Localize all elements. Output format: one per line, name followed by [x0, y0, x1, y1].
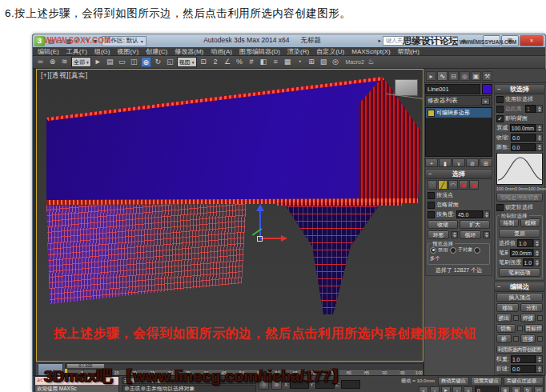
brush-options-button[interactable]: 笔刷选项 [499, 268, 540, 277]
chamfer-settings-icon[interactable] [517, 326, 523, 331]
search-arrow-icon[interactable]: ▸ [378, 38, 381, 44]
link-icon[interactable]: ∞ [35, 57, 46, 67]
modifier-list-dropdown[interactable]: 修改器列表▾ [425, 95, 492, 106]
selection-value-spinner[interactable] [533, 239, 540, 247]
remove-button[interactable]: 移除 [496, 303, 519, 312]
time-slider[interactable]: 0 / 100 [67, 364, 104, 368]
go-to-end-icon[interactable]: » [464, 386, 473, 392]
falloff-spinner[interactable] [536, 124, 543, 132]
ignore-backfacing-checkbox[interactable] [428, 202, 435, 209]
loop-spinner[interactable] [483, 231, 490, 238]
configure-modifier-sets-icon[interactable]: ⊞ [480, 158, 492, 167]
selection-filter-dropdown[interactable]: 全部▾ [71, 57, 91, 67]
crease-field[interactable]: 0.0 [511, 365, 536, 373]
brush-size-field[interactable]: 20.0mm [510, 249, 533, 257]
set-key-button[interactable]: 设置关键点 [471, 377, 502, 386]
menu-item[interactable]: 帮助(H) [398, 47, 420, 56]
loop-button[interactable]: 循环 [460, 230, 481, 239]
stack-item-editable-poly[interactable]: 可编辑多边形 [426, 108, 492, 118]
perspective-viewport[interactable]: [+][透视][真实] [36, 69, 424, 362]
selection-rollout-header[interactable]: −选择 [426, 170, 492, 179]
weld-button[interactable]: 焊接 [520, 314, 536, 322]
qat-icon[interactable]: ↶ [74, 36, 82, 46]
mirror-icon[interactable]: ◧ [259, 57, 269, 67]
element-subobject-icon[interactable]: ▣ [469, 180, 479, 190]
tab-motion-icon[interactable]: ◎ [460, 71, 470, 81]
connect-settings-icon[interactable] [537, 336, 543, 342]
lock-soft-selection-checkbox[interactable] [496, 204, 504, 211]
border-subobject-icon[interactable]: ◠ [448, 180, 458, 190]
edit-edges-header[interactable]: −编辑边 [495, 282, 544, 292]
infocenter-icon[interactable]: ◈ [460, 38, 468, 45]
edge-distance-field[interactable]: 1 [525, 105, 536, 113]
go-to-start-icon[interactable]: « [419, 386, 428, 392]
tab-modify-icon[interactable]: ∿ [437, 71, 448, 81]
weight-field[interactable]: 1.0 [511, 355, 536, 363]
select-by-name-icon[interactable]: ▤ [105, 57, 115, 67]
extrude-settings-icon[interactable] [513, 315, 519, 321]
qat-icon[interactable]: ▾ [91, 36, 99, 46]
preview-subobj-radio[interactable] [450, 247, 456, 254]
menu-item[interactable]: 视图(V) [117, 47, 139, 56]
move-gizmo[interactable] [243, 210, 291, 258]
select-scale-icon[interactable]: ◱ [165, 57, 175, 67]
preview-multi-radio[interactable] [474, 247, 480, 254]
close-button[interactable]: × [520, 35, 544, 46]
z-coordinate-field[interactable] [341, 380, 360, 389]
tab-utilities-icon[interactable]: ⚒ [482, 71, 492, 81]
shaded-face-toggle-button[interactable]: 明暗处理面切换 [496, 193, 543, 202]
next-frame-icon[interactable]: › [452, 386, 462, 392]
menu-item[interactable]: 创建(C) [146, 47, 167, 56]
select-rotate-icon[interactable]: ↻ [153, 57, 163, 67]
quick-access-toolbar[interactable]: ▤▭▦↶↷▾ [47, 36, 99, 46]
max-logo-icon[interactable]: 3 [34, 36, 45, 46]
selection-region-icon[interactable]: ▭ [117, 57, 127, 67]
unlink-icon[interactable]: ⊗ [47, 57, 58, 67]
preview-off-radio[interactable] [430, 247, 436, 254]
rendered-frame-icon[interactable]: ◎ [331, 57, 341, 67]
maxscript-mini-listener[interactable]: actionMan.exec... 欢迎使用 MAXSc [34, 376, 119, 392]
insert-vertex-button[interactable]: 插入顶点 [496, 293, 543, 302]
snap-toggle-icon[interactable]: 2 [211, 57, 221, 67]
tab-hierarchy-icon[interactable]: ⊟ [448, 71, 459, 81]
mini-curve-editor-button[interactable] [38, 363, 63, 376]
pan-viewport-icon[interactable]: ⊞ [512, 386, 521, 392]
previous-frame-icon[interactable]: ‹ [430, 386, 440, 392]
by-angle-checkbox[interactable] [428, 211, 435, 218]
menu-item[interactable]: MAXScript(X) [351, 48, 390, 55]
bridge-button[interactable]: 桥 [496, 334, 512, 343]
zoom-viewport-icon[interactable]: ⊕ [500, 386, 510, 392]
timeline-current-frame-marker[interactable] [65, 369, 67, 375]
y-coordinate-field[interactable] [315, 380, 335, 389]
align-icon[interactable]: ≡ [271, 57, 281, 67]
revert-button[interactable]: 复原 [499, 229, 540, 238]
object-name-field[interactable]: Line001 [425, 84, 480, 94]
x-coordinate-field[interactable] [290, 380, 309, 389]
edge-distance-checkbox[interactable] [496, 106, 504, 113]
angle-spinner[interactable] [483, 210, 490, 218]
schematic-view-icon[interactable]: ⊞ [307, 57, 317, 67]
window-crossing-icon[interactable]: ◫ [129, 57, 139, 67]
menu-item[interactable]: 自定义(U) [316, 47, 344, 56]
workspace-dropdown[interactable]: 工作区: 默认▾ [102, 36, 147, 46]
polygon-subobject-icon[interactable]: ■ [459, 180, 468, 190]
tab-create-icon[interactable]: ▸ [426, 71, 436, 81]
qat-icon[interactable]: ↷ [82, 36, 90, 46]
brush-size-spinner[interactable] [533, 249, 540, 257]
help-icon[interactable]: ? [470, 38, 479, 45]
selection-value-field[interactable]: 1.0 [517, 239, 533, 247]
bubble-spinner[interactable] [536, 143, 543, 151]
auto-key-button[interactable]: 自动关键点 [438, 377, 469, 386]
play-icon[interactable]: ► [441, 386, 451, 392]
brush-strength-field[interactable]: 1.0 [523, 258, 533, 266]
qat-icon[interactable]: ▭ [56, 36, 64, 46]
chamfer-button[interactable]: 切角 [496, 324, 516, 333]
selection-lock-icon[interactable]: ⊘ [271, 380, 282, 390]
soft-selection-header[interactable]: −软选择 [495, 85, 544, 94]
pin-stack-icon[interactable]: + [425, 158, 438, 167]
falloff-field[interactable]: 100.0mm [510, 124, 536, 132]
show-end-result-icon[interactable]: ▮ [439, 158, 452, 167]
brush-strength-spinner[interactable] [533, 258, 540, 266]
weld-settings-icon[interactable] [537, 315, 543, 321]
menu-item[interactable]: 编辑(E) [38, 47, 59, 56]
